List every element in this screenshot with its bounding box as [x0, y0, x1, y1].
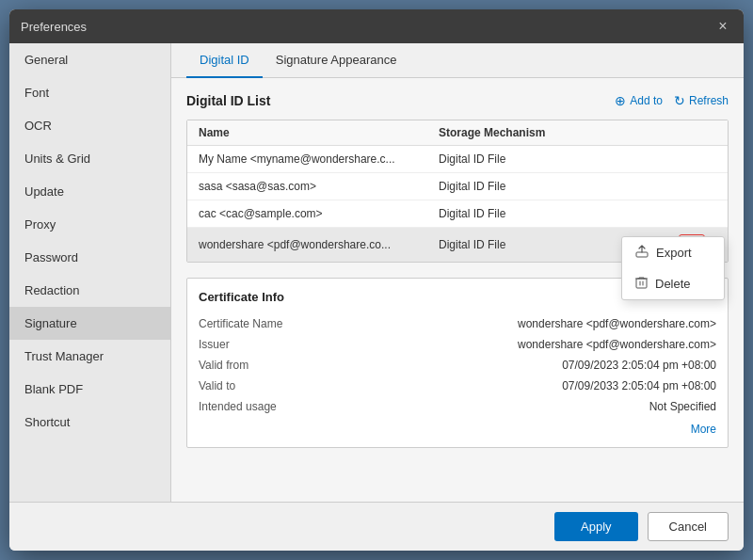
sidebar-item-update[interactable]: Update: [9, 175, 170, 208]
cert-label: Certificate Name: [199, 317, 330, 330]
sidebar-item-ocr[interactable]: OCR: [9, 109, 170, 142]
tab-signature-appearance[interactable]: Signature Appearance: [263, 43, 410, 78]
sidebar-item-redaction[interactable]: Redaction: [9, 274, 170, 307]
context-menu-export[interactable]: Export: [622, 237, 724, 268]
row-storage: Digital ID File: [439, 207, 679, 220]
delete-label: Delete: [655, 277, 691, 291]
context-menu: Export Delete: [621, 236, 725, 300]
cert-row: Valid from 07/09/2023 2:05:04 pm +08:00: [199, 355, 716, 376]
col-storage: Storage Mechanism: [439, 126, 679, 139]
table-row[interactable]: sasa <sasa@sas.com> Digital ID File: [187, 173, 728, 200]
row-name: sasa <sasa@sas.com>: [199, 180, 439, 193]
table-row[interactable]: cac <cac@sample.com> Digital ID File: [187, 200, 728, 228]
sidebar-item-shortcut[interactable]: Shortcut: [9, 406, 170, 439]
row-name: My Name <myname@wondershare.c...: [199, 152, 439, 166]
cert-label: Valid from: [199, 359, 330, 372]
digital-id-list-title: Digital ID List: [186, 93, 270, 108]
row-storage: Digital ID File: [439, 180, 679, 193]
sidebar-item-font[interactable]: Font: [9, 76, 170, 109]
cert-value: wondershare <pdf@wondershare.com>: [330, 338, 716, 351]
cert-label: Intended usage: [199, 400, 330, 413]
sidebar-item-blank-pdf[interactable]: Blank PDF: [9, 373, 170, 406]
delete-icon: [635, 276, 648, 292]
close-button[interactable]: ×: [713, 17, 732, 36]
svg-rect-0: [636, 252, 648, 257]
content-area: Digital ID List ⊕ Add to ↻ Refresh: [171, 78, 744, 502]
svg-rect-1: [636, 279, 647, 288]
title-bar: Preferences ×: [9, 9, 744, 43]
dialog-footer: Apply Cancel: [9, 502, 744, 551]
export-icon: [635, 245, 649, 261]
cert-value: Not Specified: [330, 400, 716, 413]
tab-digital-id[interactable]: Digital ID: [186, 43, 263, 78]
row-name: wondershare <pdf@wondershare.co...: [199, 238, 439, 251]
refresh-icon: ↻: [674, 93, 685, 108]
row-name: cac <cac@sample.com>: [199, 207, 439, 220]
add-to-button[interactable]: ⊕ Add to: [615, 93, 663, 108]
cert-row: Valid to 07/09/2033 2:05:04 pm +08:00: [199, 376, 716, 396]
sidebar-item-signature[interactable]: Signature: [9, 307, 170, 340]
preferences-dialog: Preferences × General Font OCR Units & G…: [9, 9, 744, 551]
table-row[interactable]: My Name <myname@wondershare.c... Digital…: [187, 146, 728, 173]
sidebar: General Font OCR Units & Grid Update Pro…: [9, 43, 171, 502]
tabs-row: Digital ID Signature Appearance: [171, 43, 744, 78]
cert-value: 07/09/2033 2:05:04 pm +08:00: [330, 379, 716, 392]
main-content: Digital ID Signature Appearance Digital …: [171, 43, 744, 502]
col-actions: [679, 126, 716, 139]
digital-id-list-header: Digital ID List ⊕ Add to ↻ Refresh: [186, 93, 729, 108]
cancel-button[interactable]: Cancel: [648, 512, 729, 541]
certificate-info-section: Certificate Info Certificate Name wonder…: [186, 278, 729, 448]
cert-value: wondershare <pdf@wondershare.com>: [330, 317, 716, 330]
add-to-icon: ⊕: [615, 93, 626, 108]
more-link[interactable]: More: [199, 423, 716, 436]
context-menu-delete[interactable]: Delete: [622, 268, 724, 299]
cert-label: Issuer: [199, 338, 330, 351]
add-to-label: Add to: [630, 94, 663, 107]
cert-row: Issuer wondershare <pdf@wondershare.com>: [199, 334, 716, 355]
refresh-button[interactable]: ↻ Refresh: [674, 93, 729, 108]
refresh-label: Refresh: [689, 94, 729, 107]
cert-label: Valid to: [199, 379, 330, 392]
cert-value: 07/09/2023 2:05:04 pm +08:00: [330, 359, 716, 372]
sidebar-item-proxy[interactable]: Proxy: [9, 208, 170, 241]
sidebar-item-general[interactable]: General: [9, 43, 170, 76]
apply-button[interactable]: Apply: [554, 512, 638, 541]
sidebar-item-password[interactable]: Password: [9, 241, 170, 274]
header-actions: ⊕ Add to ↻ Refresh: [615, 93, 729, 108]
dialog-title: Preferences: [21, 20, 87, 34]
sidebar-item-units-grid[interactable]: Units & Grid: [9, 142, 170, 175]
dialog-body: General Font OCR Units & Grid Update Pro…: [9, 43, 744, 502]
row-storage: Digital ID File: [439, 152, 679, 166]
col-name: Name: [199, 126, 439, 139]
table-header: Name Storage Mechanism: [187, 120, 728, 146]
sidebar-item-trust-manager[interactable]: Trust Manager: [9, 340, 170, 373]
export-label: Export: [656, 246, 692, 260]
cert-row: Certificate Name wondershare <pdf@wonder…: [199, 313, 716, 334]
cert-row: Intended usage Not Specified: [199, 396, 716, 417]
